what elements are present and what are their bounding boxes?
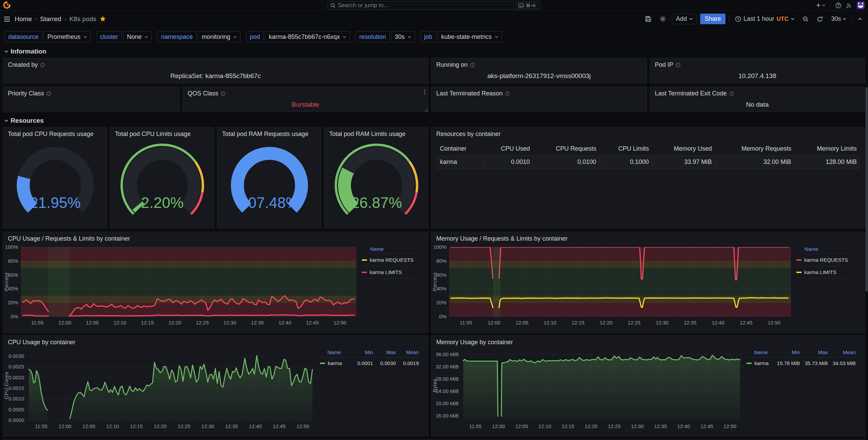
svg-text:12:40: 12:40 (279, 320, 292, 325)
breadcrumb-starred[interactable]: Starred (40, 15, 61, 23)
info-circle-icon[interactable] (470, 63, 475, 67)
panel-created-by: Created by ReplicaSet: karma-855c7bb67c (3, 58, 428, 84)
favorite-star-icon[interactable] (100, 16, 106, 22)
collapse-toolbar-button[interactable] (856, 16, 865, 22)
legend-row-karma[interactable]: karma 15.78 MiB 35.73 MiB 34.03 MiB (746, 358, 856, 369)
info-circle-icon[interactable] (40, 63, 45, 67)
refresh-button[interactable] (814, 15, 825, 24)
variable-cluster-value[interactable]: None (123, 31, 152, 42)
svg-text:80%: 80% (436, 258, 446, 264)
svg-text:11:55: 11:55 (460, 320, 472, 325)
dashboard-settings-button[interactable] (657, 14, 668, 24)
svg-text:12:50: 12:50 (334, 320, 347, 325)
svg-text:12:25: 12:25 (628, 320, 641, 325)
variable-job-value[interactable]: kube-state-metrics (438, 31, 502, 42)
new-menu-button[interactable] (816, 3, 825, 8)
chevron-down-icon (233, 36, 237, 38)
rss-icon (846, 2, 852, 8)
variable-job: jobkube-state-metrics (421, 31, 502, 42)
breadcrumb-separator: › (35, 16, 37, 22)
svg-text:36.00 MiB: 36.00 MiB (436, 351, 459, 357)
svg-text:12:40: 12:40 (712, 320, 725, 325)
svg-text:12:05: 12:05 (83, 423, 95, 429)
zoom-out-time-button[interactable] (800, 15, 811, 24)
info-circle-icon[interactable] (505, 91, 510, 96)
table-header-row: Container CPU Used CPU Requests CPU Limi… (437, 142, 860, 155)
variable-datasource-value[interactable]: Prometheus (44, 31, 91, 42)
svg-text:12:50: 12:50 (768, 320, 781, 325)
breadcrumb-home[interactable]: Home (15, 15, 32, 23)
variable-resolution: resolution30s (355, 31, 415, 42)
cpu-cores-legend: Name Min Max Mean karma 0.0001 0.0030 0.… (319, 347, 422, 430)
news-button[interactable] (846, 2, 852, 8)
memory-bytes-chart[interactable]: 16.00 MiB20.00 MiB24.00 MiB28.00 MiB32.0… (432, 347, 746, 430)
refresh-icon (817, 16, 823, 22)
legend-item-karma-limits[interactable]: karma LIMITS (796, 266, 852, 278)
svg-text:Percent: Percent (432, 272, 438, 291)
search-box[interactable]: ⌘+k (327, 1, 541, 10)
help-button[interactable] (835, 2, 841, 9)
scrollbar-thumb[interactable] (866, 87, 868, 292)
legend-item-karma-requests[interactable]: karma REQUESTS (796, 254, 852, 266)
chevron-down-icon (495, 36, 498, 38)
legend-header[interactable]: Name (796, 245, 852, 254)
svg-text:0.0015: 0.0015 (9, 385, 24, 391)
share-button[interactable]: Share (700, 14, 725, 24)
variable-resolution-value[interactable]: 30s (391, 31, 415, 42)
svg-text:32.00 MiB: 32.00 MiB (436, 364, 459, 369)
svg-text:0.0000: 0.0000 (9, 417, 24, 423)
svg-text:0.0005: 0.0005 (9, 407, 24, 412)
svg-text:12:45: 12:45 (306, 320, 319, 325)
time-range-picker[interactable]: Last 1 hour UTC (733, 14, 797, 24)
divider (852, 16, 852, 22)
refresh-interval-picker[interactable]: 30s (829, 14, 849, 24)
variable-namespace-value[interactable]: monitoring (198, 31, 240, 42)
info-circle-icon[interactable] (729, 91, 734, 96)
svg-text:12:15: 12:15 (572, 320, 585, 325)
memory-bytes-legend: Name Min Max Mean karma 15.78 MiB 35.73 … (746, 347, 858, 430)
panel-menu-kebab-icon[interactable] (424, 90, 425, 95)
info-circle-icon[interactable] (221, 91, 225, 96)
svg-text:80%: 80% (8, 258, 18, 264)
panel-memory-usage-requests-limits: Memory Usage / Requests & Limits by cont… (431, 232, 865, 333)
search-input[interactable] (338, 2, 514, 9)
question-circle-icon (835, 2, 841, 9)
panel-resize-handle[interactable] (424, 108, 428, 111)
svg-text:26.87%: 26.87% (351, 194, 402, 211)
svg-text:12:05: 12:05 (515, 423, 528, 429)
scrollbar-track[interactable] (866, 11, 868, 440)
chevron-down-icon (791, 18, 794, 20)
user-avatar[interactable] (857, 1, 865, 9)
svg-text:Percent: Percent (4, 272, 9, 291)
cpu-cores-chart[interactable]: 0.00000.00050.00100.00150.00200.00250.00… (4, 347, 319, 430)
memory-percent-chart[interactable]: 0%20%40%60%80%100%11:5512:0012:0512:1012… (432, 243, 793, 327)
svg-text:60%: 60% (436, 272, 446, 278)
info-circle-icon[interactable] (676, 63, 680, 67)
section-resources[interactable]: Resources (4, 117, 865, 124)
chevron-down-icon (84, 36, 87, 38)
legend-header[interactable]: Name (362, 245, 418, 254)
add-panel-button[interactable]: Add (672, 14, 697, 24)
svg-text:0.0010: 0.0010 (9, 396, 24, 401)
grafana-logo-icon[interactable] (3, 1, 11, 9)
svg-text:12:25: 12:25 (608, 423, 621, 429)
info-circle-icon[interactable] (46, 91, 51, 96)
timezone-label: UTC (777, 16, 789, 22)
dashboard-toolbar: Add Share Last 1 hour UTC 30s (643, 14, 865, 24)
keyboard-shortcut-badge: ⌘+k (516, 2, 538, 9)
svg-text:12:25: 12:25 (178, 423, 191, 429)
section-information[interactable]: Information (4, 48, 865, 55)
pod-ip-value: 10.207.4.138 (650, 69, 865, 83)
save-dashboard-button[interactable] (643, 14, 654, 24)
legend-row-karma[interactable]: karma 0.0001 0.0030 0.0019 (319, 358, 420, 369)
menu-toggle-button[interactable] (4, 17, 10, 21)
legend-item-karma-requests[interactable]: karma REQUESTS (362, 254, 418, 266)
breadcrumb-dashboard-title[interactable]: K8s pods (69, 15, 96, 23)
panel-resources-by-container: Resources by container Container CPU Use… (431, 127, 865, 228)
cpu-percent-chart[interactable]: 0%20%40%60%80%100%11:5512:0012:0512:1012… (4, 243, 358, 327)
legend-item-karma-limits[interactable]: karma LIMITS (362, 266, 418, 278)
resources-table: Container CPU Used CPU Requests CPU Limi… (436, 142, 860, 169)
svg-text:12:35: 12:35 (225, 423, 238, 429)
series-swatch (796, 272, 801, 273)
variable-pod-value[interactable]: karma-855c7bb67c-n6xqx (265, 31, 350, 42)
